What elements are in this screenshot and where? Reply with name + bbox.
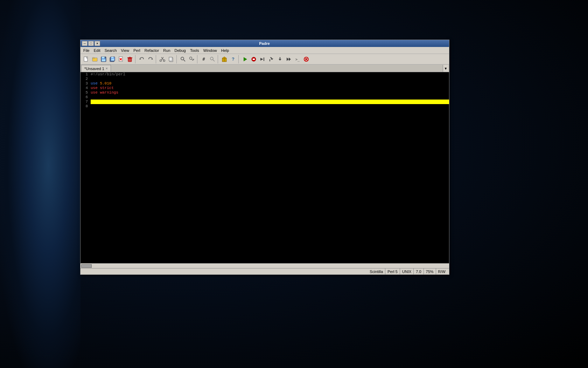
- shebang-text: #!/usr/bin/perl: [91, 72, 125, 76]
- exit-debug-button[interactable]: [302, 55, 310, 63]
- menu-view[interactable]: View: [119, 48, 132, 53]
- svg-point-23: [163, 60, 165, 61]
- code-line-3: use 5.010: [91, 81, 449, 86]
- line-num-1: 1: [80, 72, 89, 77]
- use-keyword-3: use: [91, 81, 100, 86]
- menu-help[interactable]: Help: [219, 48, 231, 53]
- svg-marker-46: [289, 57, 291, 61]
- svg-marker-44: [279, 59, 281, 61]
- save-all-button[interactable]: [108, 55, 117, 63]
- horizontal-scrollbar[interactable]: [80, 263, 449, 268]
- svg-marker-41: [271, 59, 273, 60]
- tab-bar: *Unsaved 1 × ▼: [80, 64, 449, 72]
- h-scrollbar-thumb[interactable]: [81, 264, 92, 268]
- svg-point-26: [181, 57, 184, 60]
- desktop-background: [0, 0, 80, 368]
- editor-area[interactable]: 1 2 3 4 5 6 7 8 #!/usr/bin/perl use 5.01…: [80, 72, 449, 263]
- cut-button[interactable]: [158, 55, 167, 63]
- svg-line-32: [213, 60, 215, 61]
- close-button[interactable]: ×: [94, 41, 100, 46]
- code-line-5: use warnings: [91, 90, 449, 95]
- package-button[interactable]: [220, 55, 229, 63]
- copy-icon: [168, 56, 174, 62]
- code-line-2: [91, 77, 449, 81]
- menu-tools[interactable]: Tools: [188, 48, 201, 53]
- comment-button[interactable]: #: [200, 55, 208, 63]
- step-in-button[interactable]: [258, 55, 267, 63]
- help-button[interactable]: ?: [229, 55, 237, 63]
- app-window: ─ □ × Padre File Edit Search View Perl R…: [80, 40, 449, 275]
- svg-rect-6: [102, 59, 105, 61]
- line-num-8: 8: [80, 104, 89, 109]
- toolbar-sep-3: [176, 55, 178, 63]
- svg-rect-25: [169, 57, 172, 61]
- svg-rect-11: [111, 59, 114, 61]
- code-line-4: use strict: [91, 86, 449, 90]
- delete-button[interactable]: [126, 55, 134, 63]
- tab-close-button[interactable]: ×: [106, 67, 108, 70]
- undo-icon: [139, 56, 145, 62]
- code-line-1: #!/usr/bin/perl: [91, 72, 449, 77]
- find-icon: [180, 56, 186, 62]
- step-over-icon: [268, 56, 274, 62]
- search3-button[interactable]: [208, 55, 217, 63]
- svg-text:>_: >_: [295, 57, 300, 62]
- maximize-button[interactable]: □: [88, 41, 94, 46]
- code-line-7-current[interactable]: [91, 100, 449, 104]
- toolbar-sep-1: [135, 55, 136, 63]
- eval-button[interactable]: >_: [293, 55, 302, 63]
- line-numbers: 1 2 3 4 5 6 7 8: [80, 72, 89, 263]
- menu-bar: File Edit Search View Perl Refactor Run …: [80, 47, 449, 54]
- step-out-icon: [277, 56, 283, 62]
- menu-search[interactable]: Search: [103, 48, 119, 53]
- new-file-icon: [83, 56, 89, 62]
- desktop: ─ □ × Padre File Edit Search View Perl R…: [0, 0, 588, 368]
- run-button[interactable]: [241, 55, 249, 63]
- svg-rect-38: [253, 59, 255, 60]
- find-replace-button[interactable]: [188, 55, 196, 63]
- menu-file[interactable]: File: [81, 48, 92, 53]
- code-editor[interactable]: #!/usr/bin/perl use 5.010 use strict use…: [89, 72, 449, 263]
- find-button[interactable]: [179, 55, 187, 63]
- save-all-icon: [110, 56, 115, 62]
- toolbar: # ?: [80, 54, 449, 64]
- title-bar: ─ □ × Padre: [80, 40, 449, 47]
- step-in-icon: [260, 56, 265, 62]
- minimize-button[interactable]: ─: [82, 41, 88, 46]
- delete-icon: [127, 56, 133, 62]
- line-num-7: 7: [80, 100, 89, 104]
- svg-point-22: [160, 60, 162, 61]
- line-num-4: 4: [80, 86, 89, 90]
- menu-perl[interactable]: Perl: [131, 48, 142, 53]
- toolbar-sep-5: [218, 55, 219, 63]
- stop-icon: [251, 56, 257, 62]
- tab-dropdown-button[interactable]: ▼: [443, 65, 448, 72]
- save-icon: [101, 56, 106, 62]
- status-bar: Scintilla Perl 5 UNIX 7.0 75% R/W: [80, 268, 449, 274]
- svg-point-31: [210, 57, 213, 60]
- menu-refactor[interactable]: Refactor: [142, 48, 161, 53]
- svg-line-29: [192, 59, 193, 60]
- status-file-mode: R/W: [436, 268, 448, 274]
- menu-edit[interactable]: Edit: [92, 48, 103, 53]
- close-doc-button[interactable]: [117, 55, 125, 63]
- copy-button[interactable]: [167, 55, 175, 63]
- redo-button[interactable]: [146, 55, 155, 63]
- svg-rect-15: [128, 58, 132, 62]
- tab-unsaved1[interactable]: *Unsaved 1 ×: [81, 65, 111, 72]
- undo-button[interactable]: [138, 55, 146, 63]
- close-doc-icon: [118, 56, 124, 62]
- status-zoom: 75%: [424, 268, 436, 274]
- toolbar-sep-4: [197, 55, 198, 63]
- new-file-button[interactable]: [82, 55, 90, 63]
- step-out-button[interactable]: [276, 55, 284, 63]
- menu-run[interactable]: Run: [161, 48, 172, 53]
- menu-window[interactable]: Window: [201, 48, 219, 53]
- tab-label: *Unsaved 1: [84, 67, 104, 71]
- save-button[interactable]: [99, 55, 108, 63]
- open-file-button[interactable]: [91, 55, 99, 63]
- stop-button[interactable]: [250, 55, 258, 63]
- menu-debug[interactable]: Debug: [173, 48, 188, 53]
- resume-button[interactable]: [285, 55, 293, 63]
- step-over-button[interactable]: [267, 55, 275, 63]
